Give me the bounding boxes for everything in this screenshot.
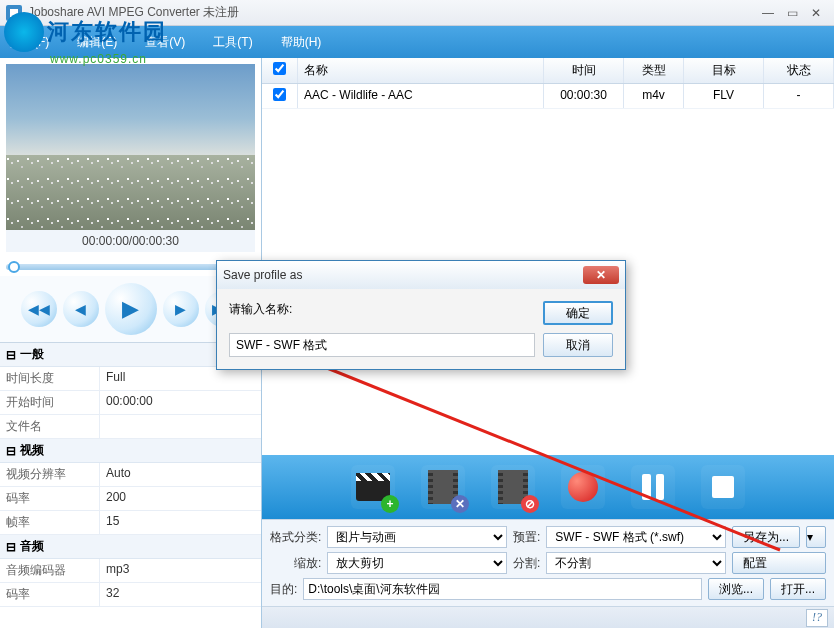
close-button[interactable]: ✕ [804, 4, 828, 22]
header-name[interactable]: 名称 [298, 58, 544, 83]
save-as-dropdown[interactable]: ▾ [806, 526, 826, 548]
dialog-label: 请输入名称: [229, 301, 535, 325]
settings-panel: 格式分类: 图片与动画 预置: SWF - SWF 格式 (*.swf) 另存为… [262, 519, 834, 606]
header-status[interactable]: 状态 [764, 58, 834, 83]
forward-button[interactable]: ▶ [163, 291, 199, 327]
status-bar: !? [262, 606, 834, 628]
save-as-button[interactable]: 另存为... [732, 526, 800, 548]
rewind-button[interactable]: ◀ [63, 291, 99, 327]
menu-view[interactable]: 查看(V) [145, 34, 185, 51]
header-type[interactable]: 类型 [624, 58, 684, 83]
stop-button[interactable] [701, 465, 745, 509]
dialog-cancel-button[interactable]: 取消 [543, 333, 613, 357]
menu-bar: 文件(F) 编辑(E) 查看(V) 工具(T) 帮助(H) [0, 26, 834, 58]
clear-files-button[interactable]: ⊘ [491, 465, 535, 509]
dialog-name-input[interactable] [229, 333, 535, 357]
video-preview[interactable] [6, 64, 255, 230]
menu-help[interactable]: 帮助(H) [281, 34, 322, 51]
split-select[interactable]: 不分割 [546, 552, 726, 574]
minimize-button[interactable]: — [756, 4, 780, 22]
file-table: 名称 时间 类型 目标 状态 AAC - Wildlife - AAC 00:0… [262, 58, 834, 455]
record-button[interactable] [561, 465, 605, 509]
header-check[interactable] [262, 58, 298, 83]
dialog-titlebar[interactable]: Save profile as ✕ [217, 261, 625, 289]
preview-area: 00:00:00/00:00:30 [0, 58, 261, 258]
prev-button[interactable]: ◀◀ [21, 291, 57, 327]
config-button[interactable]: 配置 [732, 552, 826, 574]
menu-edit[interactable]: 编辑(E) [77, 34, 117, 51]
menu-tool[interactable]: 工具(T) [213, 34, 252, 51]
title-bar: Joboshare AVI MPEG Converter 未注册 — ▭ ✕ [0, 0, 834, 26]
header-target[interactable]: 目标 [684, 58, 764, 83]
row-checkbox[interactable] [273, 88, 286, 101]
menu-file[interactable]: 文件(F) [10, 34, 49, 51]
dialog-close-button[interactable]: ✕ [583, 266, 619, 284]
preset-select[interactable]: SWF - SWF 格式 (*.swf) [546, 526, 726, 548]
property-grid: ⊟一般 时间长度Full 开始时间00:00:00 文件名 ⊟视频 视频分辨率A… [0, 342, 261, 628]
add-file-button[interactable]: + [351, 465, 395, 509]
zoom-select[interactable]: 放大剪切 [327, 552, 507, 574]
section-audio: ⊟音频 [0, 535, 261, 559]
play-button[interactable]: ▶ [105, 283, 157, 335]
browse-button[interactable]: 浏览... [708, 578, 764, 600]
window-title: Joboshare AVI MPEG Converter 未注册 [28, 4, 756, 21]
open-button[interactable]: 打开... [770, 578, 826, 600]
action-toolbar: + ✕ ⊘ [262, 455, 834, 519]
save-profile-dialog: Save profile as ✕ 请输入名称: 确定 取消 [216, 260, 626, 370]
section-video: ⊟视频 [0, 439, 261, 463]
app-icon [6, 5, 22, 21]
format-category-select[interactable]: 图片与动画 [327, 526, 507, 548]
maximize-button[interactable]: ▭ [780, 4, 804, 22]
remove-file-button[interactable]: ✕ [421, 465, 465, 509]
dest-input[interactable] [303, 578, 702, 600]
dialog-ok-button[interactable]: 确定 [543, 301, 613, 325]
help-button[interactable]: !? [806, 609, 828, 627]
pause-button[interactable] [631, 465, 675, 509]
table-row[interactable]: AAC - Wildlife - AAC 00:00:30 m4v FLV - [262, 84, 834, 109]
header-time[interactable]: 时间 [544, 58, 624, 83]
time-display: 00:00:00/00:00:30 [6, 230, 255, 252]
